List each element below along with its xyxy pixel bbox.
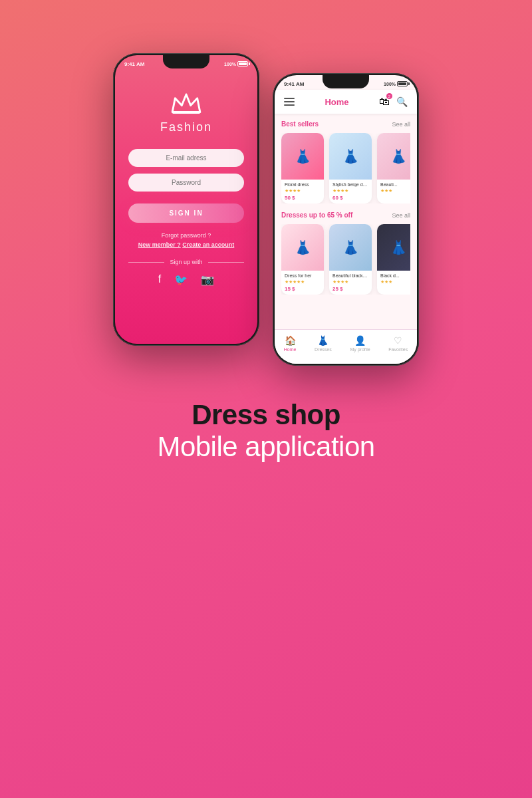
- product-card-beautiful[interactable]: 👗 Beauti... ★★★: [377, 133, 410, 203]
- svg-rect-1: [172, 111, 200, 114]
- battery-right: 100%: [384, 81, 408, 86]
- nav-favorites[interactable]: ♡ Favorites: [388, 335, 408, 352]
- product-card-floral[interactable]: 👗 Floral dress ★★★★ 50 $: [281, 133, 324, 203]
- divider-row: Sign up with: [128, 259, 244, 265]
- product-img-forher: 👗: [281, 224, 324, 271]
- product-card-forher[interactable]: 👗 Dress for her ★★★★★ 15 $: [281, 224, 324, 295]
- favorites-nav-label: Favorites: [388, 347, 408, 352]
- dresses-nav-icon: 👗: [317, 335, 329, 346]
- nav-icons: 🛍 2 🔍: [379, 96, 408, 108]
- svg-marker-0: [172, 94, 200, 112]
- section1-header: Best sellers See all: [281, 120, 410, 128]
- product-img-blackd: 👗: [377, 224, 410, 271]
- hamburger-menu[interactable]: [284, 98, 295, 106]
- time-right: 9:41 AM: [284, 81, 304, 87]
- sign-in-button[interactable]: SIGN IN: [128, 203, 244, 223]
- twitter-icon[interactable]: 🐦: [174, 273, 188, 286]
- create-account-link[interactable]: Create an account: [182, 241, 234, 248]
- product-stars-beautiful: ★★★: [380, 188, 410, 194]
- nav-profile[interactable]: 👤 My profile: [350, 335, 370, 352]
- home-nav-label: Home: [284, 347, 297, 352]
- product-stars-blackd: ★★★: [380, 279, 410, 285]
- product-name-floral: Floral dress: [285, 182, 321, 187]
- bottom-nav: 🏠 Home 👗 Dresses 👤 My profile ♡ Favorite…: [275, 329, 417, 364]
- login-phone: 9:41 AM 100% Fashion SIGN IN Forgot pass…: [113, 53, 259, 346]
- product-stars-beige: ★★★★: [332, 188, 368, 194]
- divider-line-left: [128, 262, 164, 263]
- product-name-beige: Stylish beige dress: [332, 182, 368, 187]
- product-stars-floral: ★★★★: [285, 188, 321, 194]
- footer-line1: Dress shop: [157, 399, 374, 431]
- nav-dresses[interactable]: 👗 Dresses: [315, 335, 332, 352]
- section1-title: Best sellers: [281, 120, 319, 128]
- cart-icon[interactable]: 🛍 2: [379, 96, 390, 108]
- home-phone: 9:41 AM 100% Home 🛍: [273, 73, 419, 366]
- product-stars-blackdress: ★★★★: [332, 279, 368, 285]
- notch-right: [323, 75, 369, 88]
- email-field[interactable]: [128, 149, 244, 167]
- product-price-forher: 15 $: [285, 286, 321, 292]
- product-price-beige: 60 $: [332, 195, 368, 201]
- product-img-beige: 👗: [329, 133, 372, 180]
- home-content: Home 🛍 2 🔍 Best sellers See all: [275, 90, 417, 364]
- profile-nav-label: My profile: [350, 347, 370, 352]
- home-body: Best sellers See all 👗 Floral dress ★★★★…: [275, 114, 417, 329]
- products-row2: 👗 Dress for her ★★★★★ 15 $ 👗 Beautiful b…: [281, 224, 410, 295]
- login-content: Fashion SIGN IN Forgot password ? New me…: [115, 70, 257, 344]
- product-price-blackdress: 25 $: [332, 286, 368, 292]
- product-name-beautiful: Beauti...: [380, 182, 410, 187]
- product-img-black: 👗: [329, 224, 372, 271]
- product-card-blackdress[interactable]: 👗 Beautiful black dress ★★★★ 25 $: [329, 224, 372, 295]
- forgot-password-text[interactable]: Forgot password ?: [162, 232, 211, 239]
- social-icons: f 🐦 📷: [158, 273, 214, 286]
- favorites-nav-icon: ♡: [394, 335, 402, 346]
- product-card-beige[interactable]: 👗 Stylish beige dress ★★★★ 60 $: [329, 133, 372, 203]
- home-nav: Home 🛍 2 🔍: [275, 90, 417, 114]
- footer-line2: Mobile application: [157, 431, 374, 463]
- nav-home[interactable]: 🏠 Home: [284, 335, 297, 352]
- product-price-floral: 50 $: [285, 195, 321, 201]
- crown-icon: [170, 90, 203, 115]
- section2-title: Dresses up to 65 % off: [281, 211, 352, 219]
- product-stars-forher: ★★★★★: [285, 279, 321, 285]
- profile-nav-icon: 👤: [354, 335, 366, 346]
- product-img-floral: 👗: [281, 133, 324, 180]
- product-name-forher: Dress for her: [285, 273, 321, 278]
- product-name-blackdress: Beautiful black dress: [332, 273, 368, 278]
- dresses-nav-label: Dresses: [315, 347, 332, 352]
- cart-badge: 2: [386, 93, 392, 99]
- section1-see-all[interactable]: See all: [392, 121, 410, 128]
- facebook-icon[interactable]: f: [158, 273, 161, 286]
- login-form: SIGN IN: [128, 149, 244, 223]
- sign-up-with-text: Sign up with: [170, 259, 202, 265]
- products-row1: 👗 Floral dress ★★★★ 50 $ 👗 Stylish beige…: [281, 133, 410, 203]
- home-nav-icon: 🏠: [285, 335, 296, 346]
- app-name: Fashion: [160, 120, 212, 134]
- section2-header: Dresses up to 65 % off See all: [281, 211, 410, 219]
- product-card-blackd[interactable]: 👗 Black d... ★★★: [377, 224, 410, 295]
- time-left: 9:41 AM: [124, 61, 144, 67]
- section2-see-all[interactable]: See all: [392, 212, 410, 219]
- instagram-icon[interactable]: 📷: [201, 273, 214, 286]
- divider-line-right: [208, 262, 244, 263]
- search-icon[interactable]: 🔍: [396, 96, 408, 107]
- battery-left: 100%: [224, 61, 248, 66]
- new-member-text: New member ? Create an account: [138, 241, 235, 248]
- product-name-blackd: Black d...: [380, 273, 410, 278]
- password-field[interactable]: [128, 174, 244, 192]
- notch: [163, 55, 209, 68]
- nav-title: Home: [325, 97, 348, 107]
- product-img-beautiful: 👗: [377, 133, 410, 180]
- footer-text: Dress shop Mobile application: [157, 399, 374, 463]
